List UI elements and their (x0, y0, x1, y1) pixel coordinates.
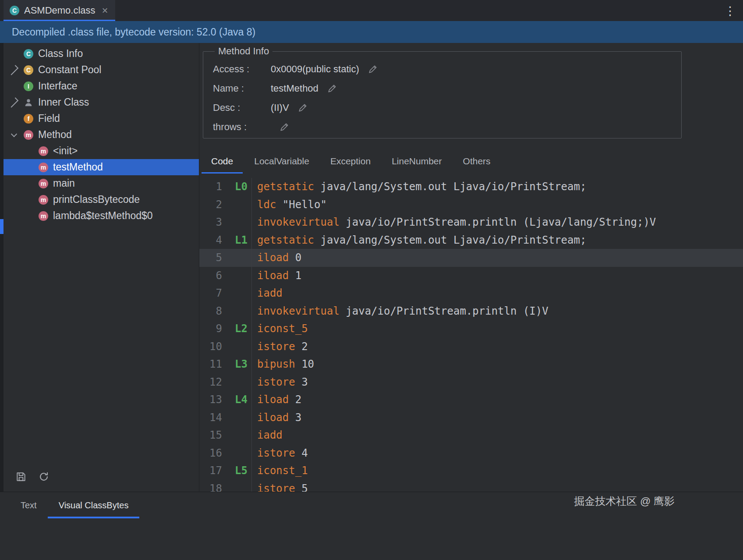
tab-others[interactable]: Others (453, 149, 500, 174)
tree-item-constant-pool[interactable]: CConstant Pool (4, 62, 199, 78)
save-button[interactable] (15, 471, 27, 483)
tree-item-lambda-testmethod-0[interactable]: mlambda$testMethod$0 (4, 208, 199, 224)
editor-tab-asmdemo[interactable]: C ASMDemo.class × (4, 0, 115, 21)
bytecode-line-10[interactable]: 10istore 2 (199, 338, 743, 356)
tree-item-label: testMethod (53, 161, 103, 173)
tab-code[interactable]: Code (202, 149, 243, 174)
line-number: 10 (199, 340, 222, 353)
bytecode-label (222, 426, 252, 444)
edit-name-icon[interactable] (327, 84, 337, 93)
bytecode-label (222, 249, 252, 267)
editor-tab-bar: C ASMDemo.class × ⋮ (0, 0, 743, 21)
bytecode-line-3[interactable]: 3invokevirtual java/io/PrintStream.print… (199, 213, 743, 231)
bytecode-line-6[interactable]: 6iload 1 (199, 267, 743, 285)
bytecode-line-7[interactable]: 7iadd (199, 284, 743, 302)
interface-icon: I (24, 82, 33, 91)
method-info-row-access: Access : 0x0009(public static) (213, 60, 681, 79)
tree-item-inner-class[interactable]: Inner Class (4, 94, 199, 110)
desc-value: (II)V (271, 102, 289, 113)
bytecode-label: L5 (222, 462, 252, 480)
instruction: getstatic java/lang/System.out Ljava/io/… (252, 181, 586, 193)
instruction: istore 2 (252, 340, 308, 353)
bytecode-label (222, 373, 252, 391)
bytecode-line-14[interactable]: 14iload 3 (199, 409, 743, 427)
bytecode-line-12[interactable]: 12istore 3 (199, 373, 743, 391)
instruction: iload 2 (252, 393, 301, 406)
bytecode-line-2[interactable]: 2ldc "Hello" (199, 196, 743, 214)
opcode: istore (257, 482, 295, 492)
instruction: bipush 10 (252, 358, 314, 370)
bytecode-line-9[interactable]: 9L2iconst_5 (199, 320, 743, 338)
chevron-right-icon[interactable] (10, 98, 18, 107)
opcode: iload (257, 252, 289, 264)
tree-item-label: Interface (38, 80, 78, 92)
tree-item-label: main (53, 177, 75, 189)
edit-throws-icon[interactable] (280, 122, 289, 132)
line-number: 8 (199, 305, 222, 317)
tree-item-testmethod[interactable]: mtestMethod (4, 159, 199, 175)
edit-desc-icon[interactable] (298, 103, 308, 113)
bottom-tab-visual-classbytes[interactable]: Visual ClassBytes (48, 492, 140, 518)
bytecode-line-11[interactable]: 11L3bipush 10 (199, 355, 743, 373)
bytecode-label: L4 (222, 391, 252, 409)
bytecode-line-16[interactable]: 16istore 4 (199, 444, 743, 462)
method-detail-panel: Method Info Access : 0x0009(public stati… (199, 43, 743, 492)
tab-exception[interactable]: Exception (321, 149, 380, 174)
tree-item-method[interactable]: mMethod (4, 127, 199, 143)
tab-title: ASMDemo.class (24, 5, 96, 16)
chevron-spacer (10, 114, 18, 123)
tree-item-label: Field (38, 113, 60, 124)
class-structure-tree: CClass InfoCConstant PoolIInterfaceInner… (4, 43, 199, 492)
bytecode-line-5[interactable]: 5iload 0 (199, 249, 743, 267)
refresh-button[interactable] (38, 471, 50, 483)
tree-item-main[interactable]: mmain (4, 175, 199, 191)
tree-item-class-info[interactable]: CClass Info (4, 46, 199, 62)
bytecode-line-4[interactable]: 4L1getstatic java/lang/System.out Ljava/… (199, 231, 743, 249)
edit-access-icon[interactable] (368, 64, 378, 74)
opcode: istore (257, 376, 295, 388)
class-icon: C (24, 49, 33, 59)
tab-localvariable[interactable]: LocalVariable (244, 149, 319, 174)
method-info-row-throws: throws : (213, 117, 681, 137)
bytecode-label: L1 (222, 231, 252, 249)
bytecode-line-8[interactable]: 8invokevirtual java/io/PrintStream.print… (199, 302, 743, 320)
tool-window-stripe-marker[interactable] (0, 219, 4, 234)
line-number: 12 (199, 376, 222, 388)
tree-item-field[interactable]: fField (4, 110, 199, 127)
instruction: iload 1 (252, 269, 301, 282)
opcode: getstatic (257, 181, 314, 193)
field-icon: f (24, 114, 33, 124)
line-number: 13 (199, 393, 222, 406)
bytecode-line-18[interactable]: 18istore 5 (199, 480, 743, 492)
tab-close-icon[interactable]: × (102, 5, 108, 16)
tree-item-init[interactable]: m<init> (4, 143, 199, 159)
bytecode-line-15[interactable]: 15iadd (199, 426, 743, 444)
app-window: C ASMDemo.class × ⋮ Decompiled .class fi… (0, 0, 743, 560)
bytecode-line-1[interactable]: 1L0getstatic java/lang/System.out Ljava/… (199, 178, 743, 196)
chevron-right-icon[interactable] (10, 66, 18, 74)
more-options-icon[interactable]: ⋮ (724, 5, 736, 17)
opcode: ldc (257, 198, 276, 211)
chevron-down-icon[interactable] (10, 131, 18, 139)
tree-item-label: lambda$testMethod$0 (53, 210, 153, 222)
method-info-row-desc: Desc : (II)V (213, 98, 681, 117)
tree-item-label: printClassBytecode (53, 194, 140, 206)
method-icon: m (24, 130, 33, 140)
bytecode-line-17[interactable]: 17L5iconst_1 (199, 462, 743, 480)
operand: java/lang/System.out Ljava/io/PrintStrea… (321, 181, 587, 193)
bytecode-label (222, 480, 252, 492)
instruction: iadd (252, 429, 283, 441)
method-info-title: Method Info (215, 46, 272, 57)
tree-item-interface[interactable]: IInterface (4, 78, 199, 94)
tree-item-label: Constant Pool (38, 64, 101, 76)
opcode: istore (257, 340, 295, 353)
bytecode-line-13[interactable]: 13L4iload 2 (199, 391, 743, 409)
opcode: iload (257, 393, 289, 406)
method-icon: m (39, 163, 48, 172)
instruction: ldc "Hello" (252, 198, 327, 211)
tree-item-printclassbytecode[interactable]: mprintClassBytecode (4, 191, 199, 208)
opcode: invokevirtual (257, 216, 340, 228)
instruction: iconst_1 (252, 464, 308, 477)
bottom-tab-text[interactable]: Text (10, 492, 48, 518)
tab-linenumber[interactable]: LineNumber (382, 149, 451, 174)
